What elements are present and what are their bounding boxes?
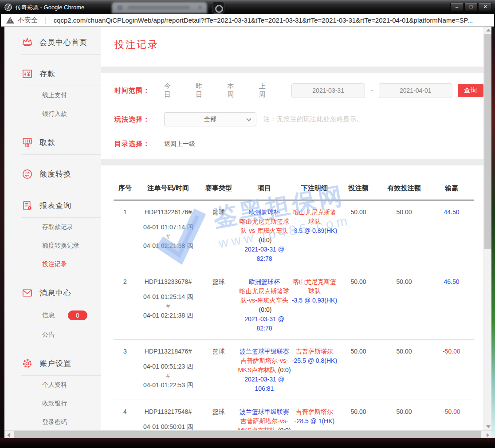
background-app-icon[interactable] (212, 2, 224, 14)
sidebar-item-quota-transfer-records[interactable]: 额度转换记录 (4, 236, 101, 255)
sidebar-item-label: 存款 (39, 69, 55, 79)
bet-records-table: 序号注单号码/时间赛事类型项目下注明细投注额有效投注额输赢 1 HDP11322… (114, 165, 474, 430)
sidebar-subitem-label: 公告 (42, 331, 55, 339)
cell-win-loss: 46.50 (429, 277, 474, 333)
sidebar-item-announcements[interactable]: 公告 (4, 326, 101, 344)
column-header: 有效投注额 (379, 184, 429, 193)
time-range-label: 时间范围： (114, 86, 157, 95)
cell-index: 2 (114, 277, 137, 333)
sidebar-subitem-label: 投注记录 (42, 260, 67, 268)
horizontal-scrollbar-thumb[interactable] (14, 431, 481, 438)
maximize-button[interactable]: □ (464, 3, 478, 11)
cell-bet-amount: 50.00 (338, 347, 379, 393)
league-name[interactable]: 欧洲篮球杯 (238, 277, 291, 287)
browser-window: 传奇彩票 - Google Chrome – □ ✕ 不安全 ｜ cqcp2.c… (0, 0, 495, 448)
security-warning-icon[interactable] (6, 17, 14, 24)
sidebar-item-account-settings[interactable]: 账户设置 (21, 344, 101, 376)
window-controls: – □ ✕ (450, 3, 492, 11)
close-button[interactable]: ✕ (479, 3, 492, 11)
quick-link-today[interactable]: 今日 (164, 82, 176, 99)
date-to-input[interactable] (379, 83, 452, 98)
cell-bet-amount: 50.00 (338, 277, 379, 333)
quick-link-last-week[interactable]: 上周 (259, 82, 271, 99)
sidebar-item-login-password[interactable]: 登录密码 (4, 413, 101, 430)
match-teams[interactable]: 喀山尤尼克斯篮球队-vs-库班火车头 (240, 218, 289, 234)
back-to-parent-link[interactable]: 返回上一级 (164, 140, 195, 148)
window-frame-right (491, 27, 495, 438)
page-url[interactable]: cqcp2.com/chuanQiCPLoginWeb/app/reportDe… (54, 16, 473, 24)
sidebar-subitem-label: 存取款记录 (42, 223, 73, 231)
background-tab-close-icon[interactable] (198, 5, 202, 10)
bet-team[interactable]: 喀山尤尼克斯篮球队 (291, 277, 338, 296)
crown-icon (21, 36, 33, 48)
quick-link-yesterday[interactable]: 昨日 (196, 82, 208, 99)
sidebar-item-reports[interactable]: 报表查询 (21, 186, 101, 218)
sidebar-item-bank-deposit[interactable]: 银行入款 (4, 105, 101, 123)
vertical-scrollbar-thumb[interactable] (484, 34, 491, 249)
sidebar-item-online-pay[interactable]: 线上支付 (4, 86, 101, 105)
match-score: (0:0) (278, 427, 291, 430)
time-separator: # (137, 371, 200, 381)
sidebar-item-withdraw[interactable]: 取款 (21, 123, 101, 155)
security-warning-label[interactable]: 不安全 (18, 16, 38, 24)
background-tab-label (128, 6, 190, 9)
scroll-down-icon[interactable] (486, 425, 491, 428)
report-icon (21, 200, 33, 212)
bet-team[interactable]: 吉普萨斯塔尔 (291, 347, 338, 356)
bet-time: 04-01 00:50:01 四 (137, 422, 200, 430)
sidebar-item-profile[interactable]: 个人资料 (4, 376, 101, 394)
sidebar-item-deposit[interactable]: 存款 (21, 55, 101, 86)
horizontal-scrollbar[interactable] (4, 430, 491, 438)
scroll-right-icon[interactable] (487, 433, 489, 437)
table-row[interactable]: 3 HDP113218476# 04-01 00:51:23 四 # 04-01… (114, 340, 474, 400)
scroll-left-icon[interactable] (7, 433, 10, 437)
cell-bet-amount: 50.00 (338, 407, 379, 430)
sidebar-item-label: 消息中心 (39, 288, 71, 298)
main-content: 投注记录 时间范围： 今日 昨日 本周 上周 - 查询 玩法选择： (101, 27, 483, 430)
address-bar[interactable]: 不安全 ｜ cqcp2.com/chuanQiCPLoginWeb/app/re… (1, 14, 494, 27)
minimize-button[interactable]: – (450, 3, 464, 11)
scroll-up-icon[interactable] (486, 29, 491, 31)
mail-icon (21, 287, 33, 299)
sidebar-item-deposit-withdraw-records[interactable]: 存取款记录 (4, 218, 101, 236)
cell-bet-detail: 吉普萨斯塔尔 -28.5 @ 1(HK) (291, 407, 338, 430)
query-button[interactable]: 查询 (458, 84, 483, 97)
table-row[interactable]: 1 HDP113226176# 04-01 01:07:14 四 # 04-01… (114, 200, 474, 270)
sidebar-item-messages[interactable]: 信息 0 (4, 305, 101, 326)
message-count-badge: 0 (68, 310, 87, 320)
cell-sport-type: 篮球 (200, 277, 238, 333)
match-result[interactable]: 2021-03-31 @ 82:78 (238, 245, 291, 263)
table-row[interactable]: 4 HDP113217548# 04-01 00:50:01 四 # 04-01… (114, 400, 474, 430)
quick-link-this-week[interactable]: 本周 (228, 82, 240, 99)
bet-team[interactable]: 吉普萨斯塔尔 (291, 407, 338, 417)
sidebar-item-message-center[interactable]: 消息中心 (21, 274, 101, 305)
order-number: HDP113226176# (137, 208, 200, 217)
sidebar-item-bet-records[interactable]: 投注记录 (4, 255, 101, 274)
match-teams[interactable]: 喀山尤尼克斯篮球队-vs-库班火车头 (240, 287, 289, 304)
sidebar-item-quota-transfer[interactable]: 额度转换 (21, 155, 101, 186)
address-separator: ｜ (42, 16, 49, 25)
column-header: 赛事类型 (200, 184, 238, 193)
date-from-input[interactable] (291, 83, 365, 98)
column-header: 注单号码/时间 (137, 184, 200, 193)
bet-team[interactable]: 喀山尤尼克斯篮球队 (291, 208, 338, 226)
bet-line: -3.5 @ 0.89(HK) (291, 226, 338, 236)
league-name[interactable]: 欧洲篮球杯 (238, 208, 291, 217)
time-separator: # (137, 302, 200, 311)
table-row[interactable]: 2 HDP113233678# 04-01 01:25:14 四 # 04-01… (114, 270, 474, 340)
bet-time: 04-01 00:51:23 四 (137, 362, 200, 371)
filters-panel: 时间范围： 今日 昨日 本周 上周 - 查询 玩法选择： 全部 注 (101, 73, 483, 159)
league-name[interactable]: 波兰篮球甲级联赛 (238, 407, 291, 417)
match-score: (0:0) (259, 306, 272, 313)
match-result[interactable]: 2021-03-31 @ 82:78 (238, 314, 291, 333)
table-header-row: 序号注单号码/时间赛事类型项目下注明细投注额有效投注额输赢 (114, 165, 474, 200)
cell-index: 4 (114, 407, 137, 430)
sidebar-item-member-home[interactable]: 会员中心首页 (21, 27, 101, 55)
sidebar-item-receiving-bank[interactable]: 收款银行 (4, 394, 101, 413)
league-name[interactable]: 波兰篮球甲级联赛 (238, 347, 291, 356)
vertical-scrollbar[interactable] (483, 27, 491, 430)
match-result[interactable]: 2021-03-31 @ 106:81 (238, 375, 291, 393)
column-header: 序号 (114, 184, 137, 193)
play-type-select[interactable]: 全部 (164, 112, 256, 126)
cell-sport-type: 篮球 (200, 347, 238, 393)
